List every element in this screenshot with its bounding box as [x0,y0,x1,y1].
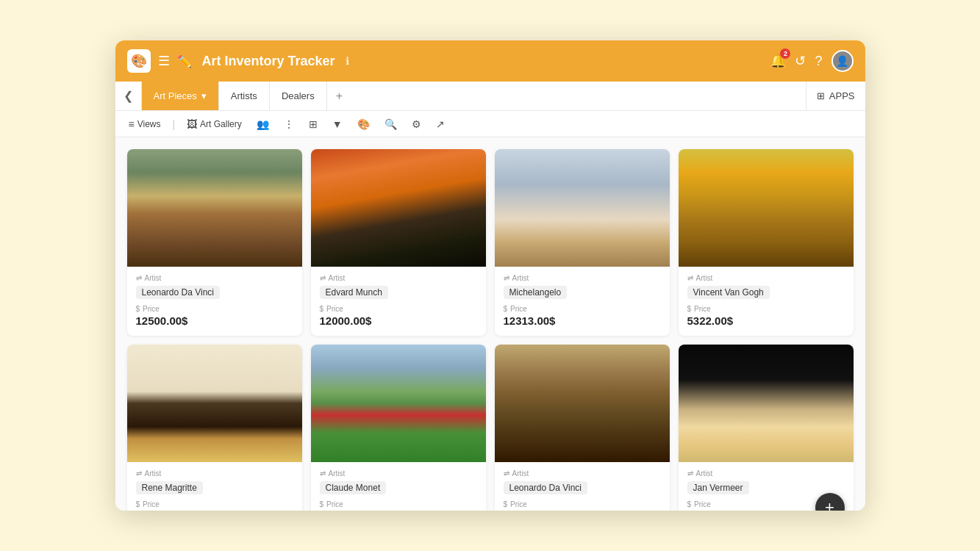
art-card-2[interactable]: ⇌ Artist Edvard Munch $ Price 12000.00$ [311,149,486,336]
price-value-4: 5322.00$ [687,314,845,327]
tab-dealers[interactable]: Dealers [270,82,327,110]
artist-value-6: Claude Monet [320,481,387,494]
artist-value-2: Edvard Munch [320,286,388,299]
art-card-5[interactable]: ⇌ Artist Rene Magritte $ Price 4563.00$ [127,345,302,511]
artist-value-3: Michelangelo [504,286,568,299]
gallery-container: ⇌ Artist Leonardo Da Vinci $ Price 12500… [115,137,865,511]
art-image-4 [679,149,854,267]
gallery-label: Art Gallery [200,119,242,129]
artist-value-5: Rene Magritte [136,481,203,494]
tab-art-pieces-label: Art Pieces [154,90,197,101]
tab-art-pieces[interactable]: Art Pieces ▾ [142,82,219,110]
tab-bar: ❮ Art Pieces ▾ Artists Dealers + ⊞ APPS [115,82,865,111]
tab-add-button[interactable]: + [327,82,351,110]
filter-icon: ▼ [332,118,343,130]
apps-label: APPS [829,90,855,101]
tab-art-pieces-arrow: ▾ [201,90,207,101]
history-button[interactable]: ↺ [795,53,806,69]
info-icon[interactable]: ℹ [346,55,349,67]
more-options-button[interactable]: ⋮ [279,117,298,132]
price-label-2: $ Price [320,305,477,313]
price-label-4: $ Price [687,305,845,313]
art-card-4[interactable]: ⇌ Artist Vincent Van Gogh $ Price 5322.0… [679,149,854,336]
price-icon-2: $ [320,305,324,313]
art-card-8[interactable]: ⇌ Artist Jan Vermeer $ Price 4566.00$ + [679,345,854,511]
more-options-icon: ⋮ [284,118,294,130]
toolbar: ≡ Views | 🖼 Art Gallery 👥 ⋮ ⊞ ▼ 🎨 🔍 ⚙ [115,111,865,137]
group-icon: 👥 [257,118,269,130]
art-card-1[interactable]: ⇌ Artist Leonardo Da Vinci $ Price 12500… [127,149,302,336]
manage-fields-button[interactable]: ⊞ [304,117,322,132]
views-label: Views [137,119,161,129]
art-image-1 [127,149,302,267]
artist-label-7: ⇌ Artist [504,469,661,478]
apps-grid-icon: ⊞ [817,90,825,101]
hamburger-icon[interactable]: ☰ [158,53,170,69]
share-button[interactable]: ↗ [432,117,449,132]
artist-icon-3: ⇌ [504,274,509,282]
logo-emoji: 🎨 [131,53,147,69]
artist-value-4: Vincent Van Gogh [687,286,770,299]
price-icon-4: $ [687,305,692,313]
art-image-3 [495,149,670,267]
views-button[interactable]: ≡ Views [124,117,165,132]
artist-icon-6: ⇌ [320,469,326,478]
art-image-5 [127,345,302,462]
art-image-2 [311,149,486,267]
header: 🎨 ☰ ✏️ Art Inventory Tracker ℹ 🔔 2 ↺ ? 👤 [115,40,865,82]
filter-button[interactable]: ▼ [328,117,347,132]
apps-button[interactable]: ⊞ APPS [806,82,865,110]
price-value-2: 12000.00$ [320,314,477,327]
artist-icon-7: ⇌ [504,469,509,478]
price-value-6: 12365.00$ [320,510,477,511]
art-card-body-4: ⇌ Artist Vincent Van Gogh $ Price 5322.0… [679,267,854,336]
settings-button[interactable]: ⚙ [407,117,426,132]
price-icon-6: $ [320,500,324,508]
artist-label-1: ⇌ Artist [136,274,293,282]
artist-icon-5: ⇌ [136,469,142,478]
header-right: 🔔 2 ↺ ? 👤 [770,50,853,72]
artist-icon-1: ⇌ [136,274,142,282]
group-button[interactable]: 👥 [252,117,273,132]
color-button[interactable]: 🎨 [353,117,374,132]
search-button[interactable]: 🔍 [380,117,401,132]
gallery-view-button[interactable]: 🖼 Art Gallery [182,117,246,132]
price-icon-5: $ [136,500,140,508]
artist-value-8: Jan Vermeer [687,481,749,494]
art-image-6 [311,345,486,462]
price-label-3: $ Price [504,305,661,313]
help-button[interactable]: ? [815,54,822,69]
artist-label-8: ⇌ Artist [687,469,845,478]
edit-icon[interactable]: ✏️ [177,54,192,68]
price-icon-1: $ [136,305,140,313]
manage-fields-icon: ⊞ [309,118,318,130]
artist-label-2: ⇌ Artist [320,274,477,282]
artist-label-5: ⇌ Artist [136,469,293,478]
price-value-3: 12313.00$ [504,314,661,327]
art-card-body-3: ⇌ Artist Michelangelo $ Price 12313.00$ [495,267,670,336]
color-icon: 🎨 [357,118,370,130]
price-icon-7: $ [504,500,508,508]
art-card-7[interactable]: ⇌ Artist Leonardo Da Vinci $ Price 8965.… [495,345,670,511]
tab-artists-label: Artists [231,90,257,101]
app-window: 🎨 ☰ ✏️ Art Inventory Tracker ℹ 🔔 2 ↺ ? 👤… [115,40,865,511]
art-card-body-7: ⇌ Artist Leonardo Da Vinci $ Price 8965.… [495,462,670,511]
artist-icon-8: ⇌ [687,469,693,478]
artist-icon-2: ⇌ [320,274,326,282]
art-image-7 [495,345,670,462]
avatar[interactable]: 👤 [831,50,854,72]
tab-artists[interactable]: Artists [219,82,270,110]
art-card-3[interactable]: ⇌ Artist Michelangelo $ Price 12313.00$ [495,149,670,336]
notification-button[interactable]: 🔔 2 [770,53,786,69]
price-label-5: $ Price [136,500,293,508]
price-icon-3: $ [504,305,508,313]
art-card-body-5: ⇌ Artist Rene Magritte $ Price 4563.00$ [127,462,302,511]
art-card-6[interactable]: ⇌ Artist Claude Monet $ Price 12365.00$ [311,345,486,511]
tab-collapse-button[interactable]: ❮ [115,82,142,110]
gallery-grid: ⇌ Artist Leonardo Da Vinci $ Price 12500… [127,149,854,511]
price-icon-8: $ [687,500,692,508]
notification-badge: 2 [780,48,790,59]
gallery-icon: 🖼 [187,118,197,130]
artist-label-3: ⇌ Artist [504,274,661,282]
artist-label-6: ⇌ Artist [320,469,477,478]
